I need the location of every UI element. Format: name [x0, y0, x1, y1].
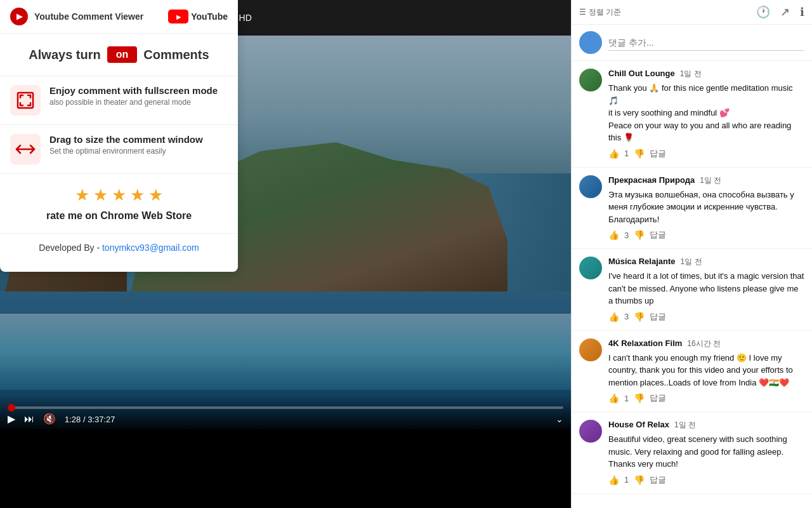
fullscreen-icon	[16, 91, 34, 109]
ext-logo-icon: ▶	[10, 8, 28, 25]
fullscreen-feature-text: Enjoy comment with fullscreen mode also …	[49, 85, 218, 107]
thumbs-down-icon-0[interactable]: 👎	[634, 149, 645, 159]
rate-label: rate me on Chrome Web Store	[46, 210, 192, 222]
comment-avatar-2	[579, 257, 602, 279]
thumbs-down-icon-4[interactable]: 👎	[634, 475, 645, 485]
progress-bar-track[interactable]	[8, 406, 563, 409]
comment-content-3: 4K Relaxation Film 16시간 전 I can't thank …	[608, 338, 804, 404]
reply-button-3[interactable]: 답글	[650, 392, 666, 404]
reply-button-4[interactable]: 답글	[650, 474, 666, 486]
comment-text-3: I can't thank you enough my friend 🙂 I l…	[608, 352, 804, 389]
comment-author-1: Прекрасная Природа	[608, 175, 695, 185]
comment-actions-0: 👍 1 👎 답글	[608, 148, 804, 159]
comment-time-2: 1일 전	[681, 257, 702, 267]
user-avatar	[579, 31, 602, 54]
comment-author-row-0: Chill Out Lounge 1일 전	[608, 69, 804, 79]
always-text: Always turn	[29, 48, 100, 62]
fullscreen-icon-box	[10, 85, 41, 116]
comment-item: 4K Relaxation Film 16시간 전 I can't thank …	[572, 331, 812, 413]
comments-panel: ☰ 정렬 기준 🕐 ↗ ℹ Chill Out Lounge 1일	[571, 0, 812, 508]
reply-button-0[interactable]: 답글	[650, 148, 666, 159]
reply-button-2[interactable]: 답글	[650, 311, 666, 323]
comment-time-4: 1일 전	[674, 420, 696, 431]
add-comment-row	[572, 25, 812, 61]
developer-section: Developed By - tonymkcv93@gmail.com	[0, 234, 238, 262]
comments-list: Chill Out Lounge 1일 전 Thank you 🙏 for th…	[572, 61, 812, 508]
yt-logo: YouTube	[168, 10, 228, 23]
comment-item: House Of Relax 1일 전 Beautiful video, gre…	[572, 412, 812, 494]
star-4: ★	[130, 185, 145, 205]
comment-avatar-3	[579, 338, 602, 361]
comment-author-row-2: Música Relajante 1일 전	[608, 257, 804, 267]
description-chevron[interactable]: ⌄	[556, 414, 563, 424]
yt-logo-text: YouTube	[191, 11, 228, 22]
star-3: ★	[112, 185, 126, 205]
ext-header: ▶ Youtube Comment Viewer YouTube	[0, 0, 238, 34]
sort-icon: ☰	[579, 8, 586, 17]
thumbs-down-icon-2[interactable]: 👎	[634, 312, 645, 322]
star-5: ★	[148, 185, 163, 205]
comment-author-row-4: House Of Relax 1일 전	[608, 420, 804, 431]
comments-header: ☰ 정렬 기준 🕐 ↗ ℹ	[572, 0, 812, 25]
controls-row: ▶ ⏭ 🔇 1:28 / 3:37:27 ⌄	[8, 414, 563, 424]
play-pause-button[interactable]: ▶	[8, 414, 15, 424]
clock-icon[interactable]: 🕐	[756, 5, 770, 19]
fullscreen-feature-title: Enjoy comment with fullscreen mode	[49, 85, 218, 96]
ext-title: Youtube Comment Viewer	[34, 11, 162, 22]
comment-author-3: 4K Relaxation Film	[608, 338, 682, 348]
info-icon[interactable]: ℹ	[800, 5, 804, 19]
water-waves	[0, 314, 571, 390]
drag-feature-text: Drag to size the comment window Set the …	[49, 134, 203, 156]
comment-author-row-1: Прекрасная Природа 1일 전	[608, 175, 804, 186]
comment-author-row-3: 4K Relaxation Film 16시간 전	[608, 338, 804, 349]
progress-dot	[8, 404, 15, 411]
comment-text-1: Эта музыка волшебная, она способна вызва…	[608, 189, 804, 226]
thumbs-up-icon-3[interactable]: 👍	[608, 393, 619, 403]
comment-item: Chill Out Lounge 1일 전 Thank you 🙏 for th…	[572, 61, 812, 168]
thumbs-up-icon-0[interactable]: 👍	[608, 149, 619, 159]
comment-time-0: 1일 전	[680, 69, 702, 79]
thumbs-up-icon-2[interactable]: 👍	[608, 312, 619, 322]
header-icons: 🕐 ↗ ℹ	[756, 5, 804, 19]
comment-avatar-4	[579, 420, 602, 443]
comment-actions-1: 👍 3 👎 답글	[608, 229, 804, 241]
add-comment-input[interactable]	[608, 35, 804, 51]
share-icon[interactable]: ↗	[780, 5, 790, 19]
thumbs-down-icon-3[interactable]: 👎	[634, 393, 645, 403]
time-display: 1:28 / 3:37:27	[65, 415, 115, 424]
comment-text-4: Beautiful video, great scenery with such…	[608, 433, 804, 471]
comments-label: Comments	[143, 48, 209, 62]
developer-email[interactable]: tonymkcv93@gmail.com	[102, 243, 199, 253]
thumbs-up-icon-4[interactable]: 👍	[608, 475, 619, 485]
like-count-1: 3	[624, 231, 629, 240]
sort-button[interactable]: ☰ 정렬 기준	[579, 7, 621, 18]
star-1: ★	[75, 185, 89, 205]
feature-drag: Drag to size the comment window Set the …	[0, 125, 238, 174]
comment-item: Прекрасная Природа 1일 전 Эта музыка волше…	[572, 168, 812, 250]
like-count-3: 1	[624, 394, 629, 403]
feature-fullscreen: Enjoy comment with fullscreen mode also …	[0, 76, 238, 125]
like-count-4: 1	[624, 475, 629, 485]
fullscreen-feature-sub: also possible in theater and general mod…	[49, 98, 218, 107]
thumbs-down-icon-1[interactable]: 👎	[634, 230, 645, 240]
drag-feature-title: Drag to size the comment window	[49, 134, 203, 145]
stars: ★ ★ ★ ★ ★	[75, 185, 163, 205]
comment-avatar-1	[579, 175, 602, 198]
mute-button[interactable]: 🔇	[43, 414, 56, 424]
comment-author-0: Chill Out Lounge	[608, 69, 675, 78]
thumbs-up-icon-1[interactable]: 👍	[608, 230, 619, 240]
like-count-0: 1	[624, 149, 629, 158]
yt-bottom-bar: ▶ ⏭ 🔇 1:28 / 3:37:27 ⌄	[0, 394, 571, 429]
reply-button-1[interactable]: 답글	[650, 229, 666, 241]
drag-icon-box	[10, 134, 41, 164]
rating-section[interactable]: ★ ★ ★ ★ ★ rate me on Chrome Web Store	[0, 174, 238, 234]
comment-text-0: Thank you 🙏 for this nice gentle meditat…	[608, 82, 804, 144]
on-badge[interactable]: on	[107, 46, 138, 63]
comment-actions-3: 👍 1 👎 답글	[608, 392, 804, 404]
next-button[interactable]: ⏭	[24, 414, 34, 424]
comment-content-4: House Of Relax 1일 전 Beautiful video, gre…	[608, 420, 804, 486]
comment-content-2: Música Relajante 1일 전 I've heard it a lo…	[608, 257, 804, 323]
comment-actions-4: 👍 1 👎 답글	[608, 474, 804, 486]
developer-label: Developed By -	[39, 243, 100, 253]
sort-label: 정렬 기준	[589, 7, 621, 18]
